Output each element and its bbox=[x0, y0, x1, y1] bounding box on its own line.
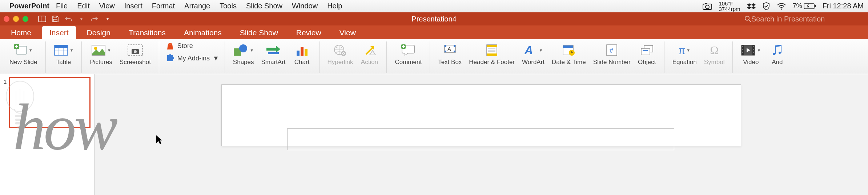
svg-text:#: # bbox=[610, 47, 613, 54]
lightbulb-watermark-icon bbox=[4, 80, 36, 131]
clock-readout[interactable]: Fri 12:28 AM bbox=[823, 2, 864, 10]
slide[interactable] bbox=[221, 84, 741, 146]
svg-point-27 bbox=[172, 57, 174, 59]
svg-rect-48 bbox=[487, 53, 497, 56]
svg-rect-31 bbox=[297, 51, 300, 56]
window-controls bbox=[4, 16, 28, 22]
pictures-button[interactable]: ▼ Pictures bbox=[86, 41, 116, 67]
menu-file[interactable]: File bbox=[56, 2, 68, 10]
search-input[interactable] bbox=[751, 15, 861, 23]
menu-window[interactable]: Window bbox=[292, 2, 318, 10]
ribbon-insert: ▼ New Slide ▼ Table ▼ Pictures Screensho bbox=[0, 39, 868, 74]
menu-edit[interactable]: Edit bbox=[77, 2, 89, 10]
ribbon-tabs: Home Insert Design Transitions Animation… bbox=[0, 25, 868, 39]
group-addins: Store My Add-ins ▼ bbox=[159, 41, 225, 73]
sidebar-toggle-icon[interactable] bbox=[37, 14, 47, 24]
qat-customize-icon[interactable]: ▾ bbox=[103, 14, 113, 24]
battery-status[interactable]: 7% bbox=[793, 2, 816, 10]
svg-rect-43 bbox=[454, 45, 455, 47]
app-name[interactable]: PowerPoint bbox=[9, 2, 49, 10]
svg-point-35 bbox=[341, 51, 346, 56]
window-titlebar: ▼ ▾ Presentation4 bbox=[0, 12, 868, 25]
undo-icon[interactable] bbox=[63, 14, 73, 24]
wifi-icon[interactable] bbox=[777, 3, 786, 10]
svg-rect-2 bbox=[705, 3, 707, 4]
smartart-icon bbox=[266, 42, 281, 58]
svg-rect-47 bbox=[487, 45, 497, 47]
mouse-cursor-icon bbox=[156, 135, 163, 145]
minimize-window-button[interactable] bbox=[13, 16, 19, 22]
svg-point-26 bbox=[169, 54, 171, 56]
tab-design[interactable]: Design bbox=[80, 26, 118, 39]
shield-check-icon[interactable] bbox=[762, 2, 770, 10]
date-time-button[interactable]: Date & Time bbox=[548, 41, 590, 67]
svg-rect-44 bbox=[445, 51, 446, 52]
camera-icon[interactable] bbox=[703, 3, 712, 10]
undo-dropdown-icon[interactable]: ▼ bbox=[76, 14, 87, 24]
dropbox-icon[interactable] bbox=[747, 3, 756, 10]
object-button[interactable]: Object bbox=[634, 41, 660, 67]
svg-rect-45 bbox=[454, 51, 455, 52]
symbol-button: Ω Symbol bbox=[700, 41, 728, 67]
tab-review[interactable]: Review bbox=[289, 26, 329, 39]
tab-slideshow[interactable]: Slide Show bbox=[233, 26, 285, 39]
search-box[interactable] bbox=[741, 14, 864, 24]
menu-help[interactable]: Help bbox=[327, 2, 342, 10]
menu-format[interactable]: Format bbox=[152, 2, 175, 10]
table-icon: ▼ bbox=[54, 42, 74, 58]
svg-point-10 bbox=[745, 16, 749, 20]
tab-transitions[interactable]: Transitions bbox=[121, 26, 173, 39]
close-window-button[interactable] bbox=[4, 16, 9, 22]
menu-slideshow[interactable]: Slide Show bbox=[246, 2, 282, 10]
save-icon[interactable] bbox=[50, 14, 60, 24]
store-button[interactable]: Store bbox=[166, 41, 220, 50]
new-slide-icon: ▼ bbox=[14, 42, 33, 58]
svg-rect-42 bbox=[445, 45, 446, 47]
menu-arrange[interactable]: Arrange bbox=[184, 2, 210, 10]
new-slide-button[interactable]: ▼ New Slide bbox=[6, 41, 41, 67]
menu-tools[interactable]: Tools bbox=[220, 2, 237, 10]
menu-view[interactable]: View bbox=[99, 2, 115, 10]
slide-number-button[interactable]: # Slide Number bbox=[590, 41, 634, 67]
screenshot-button[interactable]: Screenshot bbox=[116, 41, 154, 67]
redo-icon[interactable] bbox=[89, 14, 100, 24]
wordart-button[interactable]: A ▼ WordArt bbox=[518, 41, 548, 67]
chart-button[interactable]: Chart bbox=[289, 41, 315, 67]
shapes-button[interactable]: ▼ Shapes bbox=[229, 41, 258, 67]
tab-insert[interactable]: Insert bbox=[42, 26, 76, 39]
header-footer-button[interactable]: Header & Footer bbox=[465, 41, 518, 67]
svg-rect-76 bbox=[17, 126, 23, 129]
menu-insert[interactable]: Insert bbox=[124, 2, 142, 10]
tab-view[interactable]: View bbox=[332, 26, 363, 39]
status-area: 106°F 3744rpm 7% Fri 12:28 AM bbox=[703, 1, 864, 12]
header-footer-icon bbox=[486, 42, 498, 58]
text-box-button[interactable]: A Text Box bbox=[434, 41, 465, 67]
addins-label: My Add-ins bbox=[177, 55, 210, 62]
slide-canvas[interactable] bbox=[95, 74, 868, 195]
group-tables: ▼ Table bbox=[46, 41, 82, 73]
table-button[interactable]: ▼ Table bbox=[50, 41, 77, 67]
smartart-button[interactable]: SmartArt bbox=[258, 41, 289, 67]
group-illustrations: ▼ Shapes SmartArt Chart bbox=[225, 41, 320, 73]
content-placeholder[interactable] bbox=[287, 128, 674, 150]
svg-point-1 bbox=[706, 5, 709, 9]
svg-rect-62 bbox=[643, 50, 648, 51]
action-icon bbox=[362, 42, 376, 58]
svg-rect-30 bbox=[268, 52, 279, 54]
svg-rect-33 bbox=[305, 49, 308, 56]
pictures-icon: ▼ bbox=[91, 42, 111, 58]
my-addins-button[interactable]: My Add-ins ▼ bbox=[166, 54, 220, 63]
equation-button[interactable]: π ▼ Equation bbox=[669, 41, 700, 67]
tab-home[interactable]: Home bbox=[4, 26, 39, 39]
equation-icon: π ▼ bbox=[679, 42, 690, 58]
comment-button[interactable]: Comment bbox=[391, 41, 425, 67]
slide-number-icon: # bbox=[606, 42, 618, 58]
zoom-window-button[interactable] bbox=[23, 16, 28, 22]
svg-rect-68 bbox=[742, 52, 743, 53]
audio-button[interactable]: Aud bbox=[764, 41, 790, 67]
video-button[interactable]: ▼ Video bbox=[737, 41, 764, 67]
tab-animations[interactable]: Animations bbox=[177, 26, 229, 39]
group-symbols: π ▼ Equation Ω Symbol bbox=[664, 41, 733, 73]
store-label: Store bbox=[177, 42, 193, 50]
shapes-icon: ▼ bbox=[233, 42, 254, 58]
